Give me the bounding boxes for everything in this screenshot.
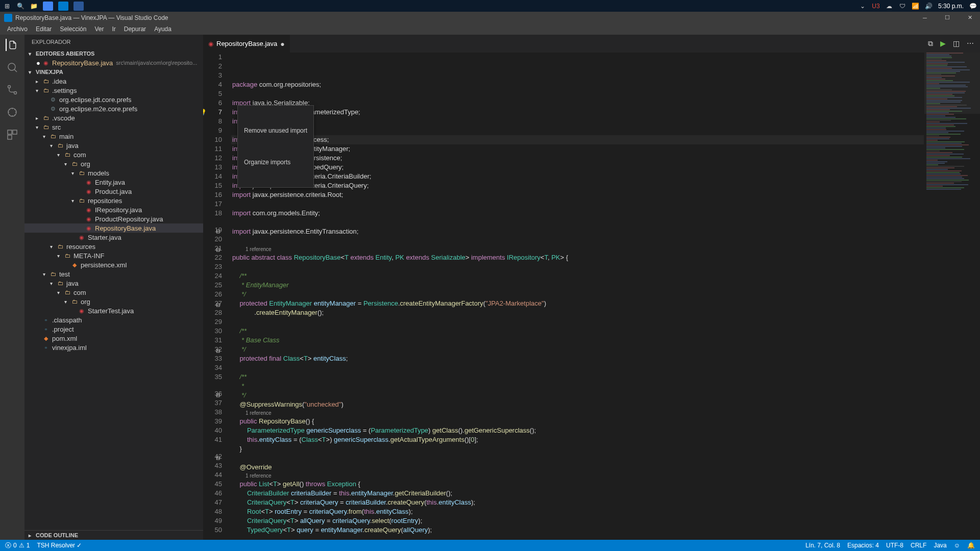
search-icon[interactable]: 🔍 [16, 2, 24, 10]
menu-ver[interactable]: Ver [90, 24, 108, 34]
code-content[interactable]: Remove unused import Organize imports pa… [231, 53, 924, 540]
app-vscode-icon[interactable] [58, 2, 68, 11]
tree-folder[interactable]: ▾🗀repositories [24, 196, 203, 205]
run-icon[interactable]: ▶ [940, 39, 946, 48]
folder-icon: 🗀 [56, 141, 64, 149]
menu-depurar[interactable]: Depurar [120, 24, 150, 34]
minimap-viewport[interactable] [924, 53, 980, 114]
tree-file[interactable]: ◉Entity.java [24, 178, 203, 187]
close-icon[interactable]: ● [280, 40, 284, 48]
activity-search-icon[interactable] [6, 61, 18, 73]
split-editor-icon[interactable]: ◫ [953, 39, 960, 48]
app-generic-icon[interactable] [74, 2, 84, 11]
svg-point-1 [8, 86, 11, 88]
status-spaces[interactable]: Espacios: 4 [847, 542, 879, 549]
tree-folder[interactable]: ▾🗀com [24, 150, 203, 159]
tree-file[interactable]: ▫.project [24, 324, 203, 334]
tree-file[interactable]: ⚙org.eclipse.m2e.core.prefs [24, 104, 203, 113]
tray-status-icon[interactable]: U3 [872, 2, 880, 10]
lightbulb-icon[interactable]: 💡 [203, 108, 207, 117]
project-header[interactable]: ▾VINEXJPA [24, 67, 203, 77]
quickfix-organize-imports[interactable]: Organize imports [238, 156, 313, 169]
vscode-logo-icon [4, 14, 12, 22]
quickfix-remove-import[interactable]: Remove unused import [238, 124, 313, 137]
tree-folder[interactable]: ▾🗀java [24, 141, 203, 150]
quickfix-popup: Remove unused import Organize imports [237, 105, 314, 188]
tray-cloud-icon[interactable]: ☁ [885, 2, 893, 10]
open-changes-icon[interactable]: ⧉ [928, 39, 933, 48]
tree-folder[interactable]: ▸🗀.idea [24, 77, 203, 86]
menu-archivo[interactable]: Archivo [3, 24, 32, 34]
code-outline-header[interactable]: ▸CODE OUTLINE [24, 530, 203, 540]
folder-icon: 🗀 [78, 169, 86, 177]
java-icon: ◉ [85, 178, 93, 186]
statusbar: ⓧ 0 ⚠ 1 TSH Resolver ✓ Lín. 7, Col. 8 Es… [0, 540, 980, 551]
menu-editar[interactable]: Editar [32, 24, 56, 34]
tray-network-icon[interactable]: 📶 [912, 2, 920, 10]
tree-folder[interactable]: ▾🗀.settings [24, 86, 203, 95]
app-chrome-icon[interactable] [43, 2, 53, 11]
activity-debug-icon[interactable] [6, 106, 18, 118]
tree-folder[interactable]: ▾🗀src [24, 122, 203, 132]
tree-folder[interactable]: ▾🗀test [24, 269, 203, 279]
sidebar: EXPLORADOR ▾EDITORES ABIERTOS ● ◉ Reposi… [24, 35, 203, 540]
explorer-icon[interactable]: 📁 [30, 2, 38, 10]
notification-icon[interactable]: 💬 [969, 2, 977, 10]
activitybar [0, 35, 24, 540]
status-tsh[interactable]: TSH Resolver ✓ [37, 542, 82, 549]
status-encoding[interactable]: UTF-8 [886, 542, 903, 549]
tree-folder[interactable]: ▾🗀org [24, 159, 203, 168]
tree-folder[interactable]: ▸🗀.vscode [24, 113, 203, 122]
tray-volume-icon[interactable]: 🔊 [925, 2, 933, 10]
folder-icon: 🗀 [70, 160, 79, 168]
activity-scm-icon[interactable] [6, 84, 18, 96]
tree-file[interactable]: ⚙org.eclipse.jdt.core.prefs [24, 95, 203, 104]
tree-file[interactable]: ▫.classpath [24, 315, 203, 324]
status-feedback-icon[interactable]: ☺ [954, 542, 960, 549]
tree-folder[interactable]: ▾🗀models [24, 168, 203, 178]
minimize-button[interactable]: ─ [919, 13, 931, 23]
menu-ayuda[interactable]: Ayuda [150, 24, 176, 34]
more-icon[interactable]: ⋯ [967, 39, 974, 48]
folder-icon: 🗀 [49, 270, 57, 278]
tree-file[interactable]: ◉IRepository.java [24, 205, 203, 214]
tree-file[interactable]: ◉Starter.java [24, 233, 203, 242]
svg-point-2 [14, 92, 17, 94]
tray-chevron-icon[interactable]: ⌄ [859, 2, 867, 10]
tree-file[interactable]: ◉StarterTest.java [24, 306, 203, 315]
tree-file[interactable]: ◉Product.java [24, 187, 203, 196]
titlebar: RepositoryBase.java — VinexJPA — Visual … [0, 12, 980, 23]
tree-folder[interactable]: ▾🗀org [24, 297, 203, 306]
tab-repositorybase[interactable]: ◉ RepositoryBase.java ● [203, 35, 290, 53]
editor-tabs: ◉ RepositoryBase.java ● ⧉ ▶ ◫ ⋯ [203, 35, 980, 53]
status-bell-icon[interactable]: 🔔 [967, 542, 975, 549]
taskbar-clock[interactable]: 5:30 p.m. [938, 3, 964, 10]
tree-file[interactable]: ◉ProductRepository.java [24, 214, 203, 223]
java-icon: ◉ [85, 224, 93, 232]
open-editors-header[interactable]: ▾EDITORES ABIERTOS [24, 49, 203, 58]
tree-folder[interactable]: ▾🗀META-INF [24, 251, 203, 260]
status-line-col[interactable]: Lín. 7, Col. 8 [805, 542, 840, 549]
tree-file[interactable]: ◆persistence.xml [24, 260, 203, 269]
maximize-button[interactable]: ☐ [941, 13, 953, 23]
close-button[interactable]: ✕ [964, 13, 976, 23]
menu-ir[interactable]: Ir [108, 24, 119, 34]
tree-folder[interactable]: ▾🗀com [24, 288, 203, 297]
tree-folder[interactable]: ▾🗀java [24, 279, 203, 288]
tree-folder[interactable]: ▾🗀main [24, 132, 203, 141]
menu-seleccion[interactable]: Selección [56, 24, 90, 34]
activity-explorer-icon[interactable] [6, 39, 18, 51]
tree-file[interactable]: ▫vinexjpa.iml [24, 343, 203, 352]
minimap[interactable] [924, 53, 980, 540]
tray-shield-icon[interactable]: 🛡 [898, 2, 906, 10]
status-eol[interactable]: CRLF [911, 542, 926, 549]
open-editor-item[interactable]: ● ◉ RepositoryBase.java src\main\java\co… [24, 58, 203, 67]
tree-file[interactable]: ◉RepositoryBase.java [24, 223, 203, 233]
status-problems[interactable]: ⓧ 0 ⚠ 1 [5, 541, 30, 550]
editor-body[interactable]: 1234567💡89101112131415161718 19⊟2021⊟222… [203, 53, 980, 540]
start-icon[interactable]: ⊞ [3, 2, 11, 10]
tree-folder[interactable]: ▾🗀resources [24, 242, 203, 251]
status-lang[interactable]: Java [934, 542, 946, 549]
activity-extensions-icon[interactable] [6, 129, 18, 141]
tree-file[interactable]: ◆pom.xml [24, 334, 203, 343]
